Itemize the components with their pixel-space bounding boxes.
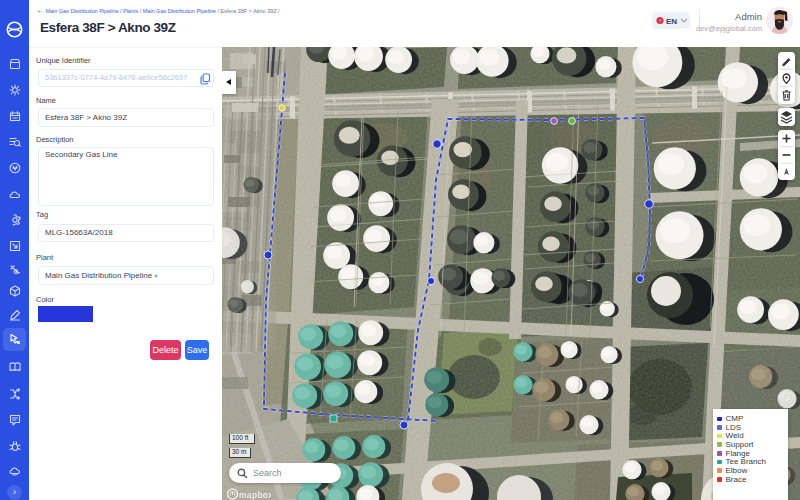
svg-text:mapbox: mapbox <box>239 490 271 500</box>
